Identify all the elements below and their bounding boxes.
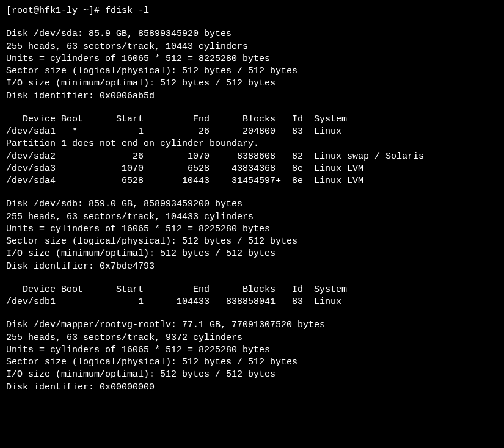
partition-note: Partition 1 does not end on cylinder bou… bbox=[6, 138, 498, 150]
sdb-sector-size: Sector size (logical/physical): 512 byte… bbox=[6, 236, 498, 248]
table-row: /dev/sda2 26 1070 8388608 82 Linux swap … bbox=[6, 151, 498, 163]
command-prompt: [root@hfk1-ly ~]# fdisk -l bbox=[6, 5, 498, 17]
sda-table-header: Device Boot Start End Blocks Id System bbox=[6, 114, 498, 126]
blank-line bbox=[6, 103, 498, 114]
sdb-header: Disk /dev/sdb: 859.0 GB, 858993459200 by… bbox=[6, 198, 498, 211]
rootlv-units: Units = cylinders of 16065 * 512 = 82252… bbox=[6, 344, 498, 356]
sda-header: Disk /dev/sda: 85.9 GB, 85899345920 byte… bbox=[6, 28, 498, 40]
blank-line bbox=[6, 187, 498, 198]
rootlv-sector-size: Sector size (logical/physical): 512 byte… bbox=[6, 356, 498, 369]
sdb-disk-id: Disk identifier: 0x7bde4793 bbox=[6, 261, 498, 273]
rootlv-header: Disk /dev/mapper/rootvg-rootlv: 77.1 GB,… bbox=[6, 319, 498, 331]
table-row: /dev/sda4 6528 10443 31454597+ 8e Linux … bbox=[6, 175, 498, 187]
table-row: /dev/sda1 * 1 26 204800 83 Linux bbox=[6, 126, 498, 138]
sda-units: Units = cylinders of 16065 * 512 = 82252… bbox=[6, 53, 498, 65]
sda-geometry: 255 heads, 63 sectors/track, 10443 cylin… bbox=[6, 41, 498, 53]
sdb-units: Units = cylinders of 16065 * 512 = 82252… bbox=[6, 223, 498, 236]
sdb-geometry: 255 heads, 63 sectors/track, 104433 cyli… bbox=[6, 211, 498, 223]
sda-sector-size: Sector size (logical/physical): 512 byte… bbox=[6, 65, 498, 78]
sda-disk-id: Disk identifier: 0x0006ab5d bbox=[6, 90, 498, 103]
blank-line bbox=[6, 273, 498, 284]
rootlv-disk-id: Disk identifier: 0x00000000 bbox=[6, 381, 498, 394]
blank-line bbox=[6, 308, 498, 319]
rootlv-geometry: 255 heads, 63 sectors/track, 9372 cylind… bbox=[6, 332, 498, 344]
blank-line bbox=[6, 17, 498, 28]
sdb-io-size: I/O size (minimum/optimal): 512 bytes / … bbox=[6, 248, 498, 260]
rootlv-io-size: I/O size (minimum/optimal): 512 bytes / … bbox=[6, 369, 498, 381]
table-row: /dev/sdb1 1 104433 838858041 83 Linux bbox=[6, 296, 498, 308]
sda-io-size: I/O size (minimum/optimal): 512 bytes / … bbox=[6, 78, 498, 90]
sdb-table-header: Device Boot Start End Blocks Id System bbox=[6, 284, 498, 296]
table-row: /dev/sda3 1070 6528 43834368 8e Linux LV… bbox=[6, 163, 498, 175]
